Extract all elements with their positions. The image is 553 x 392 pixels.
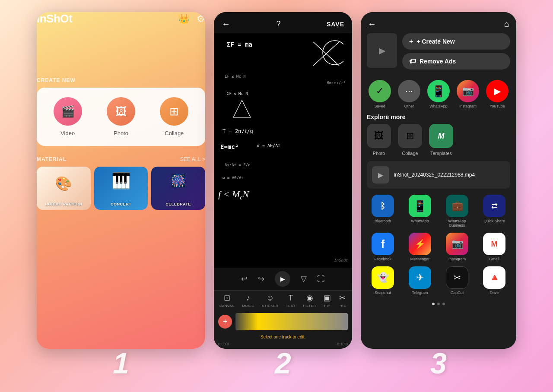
- other-label: Other: [404, 104, 414, 108]
- svg-point-0: [323, 41, 343, 65]
- app-facebook[interactable]: f Facebook: [367, 233, 399, 261]
- pro-tool[interactable]: ✂ PRO: [338, 293, 346, 308]
- filter-tool[interactable]: ◉ FILTER: [303, 293, 316, 308]
- photo-btn[interactable]: 🖼: [107, 97, 135, 126]
- crown-icon[interactable]: 👑: [178, 13, 190, 25]
- canvas-tool[interactable]: ⊡ CANVAS: [219, 293, 235, 308]
- dot-1[interactable]: [432, 303, 435, 305]
- create-video[interactable]: 🎬 Video: [54, 97, 82, 136]
- dot-3[interactable]: [442, 303, 445, 305]
- video-btn[interactable]: 🎬: [54, 97, 82, 126]
- remove-ads-button[interactable]: 🏷 Remove Ads: [402, 53, 510, 70]
- file-name: InShot_20240325_022212988.mp4: [394, 172, 475, 178]
- share-instagram[interactable]: 📷 Instagram: [457, 80, 479, 108]
- concert-icon: 🎹: [111, 172, 131, 190]
- s2-track[interactable]: [235, 313, 348, 330]
- whatsapp-app-icon: 📱: [409, 195, 431, 217]
- undo-icon[interactable]: ↩: [241, 274, 248, 284]
- material-celebrate[interactable]: 🎆 CELEBRATE: [151, 167, 205, 210]
- s3-back-button[interactable]: ←: [368, 19, 376, 29]
- explore-collage-icon: ⊞: [398, 124, 422, 148]
- s2-topbar: ← ? SAVE: [214, 12, 352, 33]
- app-messenger[interactable]: ⚡ Messenger: [404, 233, 436, 261]
- whatsapp-label: WhatsApp: [429, 104, 448, 108]
- telegram-icon: ✈: [409, 266, 431, 289]
- snapchat-icon: 👻: [372, 266, 394, 289]
- app-telegram[interactable]: ✈ Telegram: [404, 266, 436, 295]
- screen-1: InShOt 👑 ⚙ CREATE NEW 🎬 Video 🖼 Photo ⊞: [37, 12, 205, 349]
- explore-photo[interactable]: 🖼 Photo: [367, 124, 391, 156]
- volume-icon[interactable]: ▽: [301, 274, 307, 284]
- share-saved[interactable]: ✓ Saved: [369, 80, 391, 108]
- facebook-icon: f: [372, 233, 394, 255]
- dot-2[interactable]: [437, 303, 440, 305]
- s2-back-button[interactable]: ←: [222, 19, 230, 29]
- s2-save-button[interactable]: SAVE: [327, 21, 344, 28]
- app-capcut[interactable]: ✂ CapCut: [441, 266, 473, 295]
- app-bluetooth[interactable]: ᛒ Bluetooth: [367, 195, 399, 228]
- app-drive[interactable]: 🔺 Drive: [478, 266, 510, 295]
- whatsapp-biz-label: WhatsApp Business: [441, 219, 473, 228]
- s2-add-button[interactable]: +: [218, 315, 232, 329]
- nordic-label: NORDIC PATTERN: [45, 202, 82, 206]
- collage-btn[interactable]: ⊞: [160, 97, 188, 126]
- app-whatsapp[interactable]: 📱 WhatsApp: [404, 195, 436, 228]
- screen-3: ← ⌂ ▶ + + Create New 🏷 Remove Ads: [361, 12, 516, 349]
- other-share-icon: ⋯: [398, 80, 420, 102]
- bluetooth-label: Bluetooth: [375, 219, 391, 223]
- create-box: 🎬 Video 🖼 Photo ⊞ Collage: [37, 88, 205, 146]
- instagram-label: Instagram: [459, 104, 477, 108]
- material-nordic[interactable]: 🎨 NORDIC PATTERN: [37, 167, 91, 210]
- app-quick-share[interactable]: ⇄ Quick Share: [478, 195, 510, 228]
- sticker-tool[interactable]: ☺ STICKER: [262, 294, 278, 308]
- snapchat-label: Snapchat: [375, 291, 391, 295]
- explore-collage[interactable]: ⊞ Collage: [398, 124, 422, 156]
- s3-home-button[interactable]: ⌂: [504, 19, 509, 29]
- s3-app-grid: ᛒ Bluetooth 📱 WhatsApp 💼 WhatsApp Busine…: [361, 195, 516, 300]
- svg-marker-3: [233, 100, 251, 117]
- material-concert[interactable]: 🎹 CONCERT: [94, 167, 148, 210]
- s2-select-hint: Select one track to edit.: [214, 333, 352, 341]
- quick-share-icon: ⇄: [483, 195, 505, 217]
- s3-video-thumbnail: ▶: [367, 33, 397, 68]
- app-snapchat[interactable]: 👻 Snapchat: [367, 266, 399, 295]
- celebrate-label: CELEBRATE: [165, 202, 191, 206]
- app-gmail[interactable]: M Gmail: [478, 233, 510, 261]
- app-logo: InShOt: [37, 12, 72, 25]
- create-photo[interactable]: 🖼 Photo: [107, 97, 135, 136]
- play-button[interactable]: ▶: [275, 271, 290, 287]
- music-tool[interactable]: ♪ MUSIC: [242, 294, 254, 308]
- s2-math-content: ΣF = ma ΣF ≤ Mc N 6m₁m₂/r² ΣF ≤ Mc N T =: [214, 33, 352, 268]
- see-all-button[interactable]: SEE ALL >: [180, 156, 205, 162]
- facebook-label: Facebook: [374, 257, 391, 261]
- whatsapp-biz-icon: 💼: [446, 195, 468, 217]
- create-collage[interactable]: ⊞ Collage: [160, 97, 188, 136]
- app-whatsapp-biz[interactable]: 💼 WhatsApp Business: [441, 195, 473, 228]
- share-whatsapp[interactable]: 📱 WhatsApp: [427, 80, 450, 108]
- s3-topbar: ← ⌂: [361, 12, 516, 33]
- text-tool[interactable]: T TEXT: [286, 294, 296, 308]
- explore-templates-icon: M: [429, 124, 453, 148]
- bluetooth-icon: ᛒ: [372, 195, 394, 217]
- whatsapp-icon: 📱: [427, 80, 450, 102]
- explore-more-label: Explore more: [361, 110, 516, 124]
- s3-action-buttons: + + Create New 🏷 Remove Ads: [402, 33, 510, 70]
- share-youtube[interactable]: ▶ YouTube: [486, 80, 509, 108]
- s2-help-icon[interactable]: ?: [276, 19, 280, 28]
- s3-share-row: ✓ Saved ⋯ Other 📱 WhatsApp 📷 Instagram ▶: [361, 76, 516, 110]
- share-other[interactable]: ⋯ Other: [398, 80, 420, 108]
- fullscreen-icon[interactable]: ⛶: [317, 275, 325, 284]
- screen-2: ← ? SAVE ΣF = ma ΣF ≤ Mc N 6m₁m: [214, 12, 352, 349]
- app-instagram[interactable]: 📷 Instagram: [441, 233, 473, 261]
- create-new-button[interactable]: + + Create New: [402, 33, 510, 50]
- pip-tool[interactable]: ▣ PIP: [324, 293, 331, 308]
- youtube-icon: ▶: [486, 80, 509, 102]
- youtube-label: YouTube: [489, 104, 505, 108]
- explore-templates[interactable]: M Templates: [429, 124, 453, 156]
- drive-icon: 🔺: [483, 266, 505, 289]
- saved-icon: ✓: [369, 80, 391, 102]
- collage-label: Collage: [165, 130, 184, 136]
- redo-icon[interactable]: ↪: [258, 274, 264, 284]
- settings-icon[interactable]: ⚙: [197, 13, 205, 25]
- s3-pagination-dots: [361, 300, 516, 309]
